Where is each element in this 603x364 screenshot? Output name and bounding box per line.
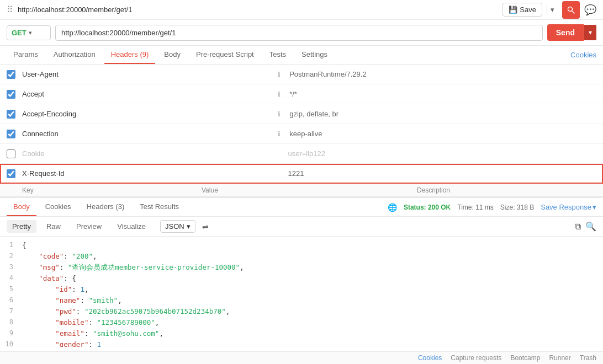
- col-value-label: Value: [202, 186, 417, 194]
- code-line-1: 1 {: [0, 241, 603, 252]
- header-value-accept: */*: [289, 90, 596, 98]
- request-bar: GET ▾ Send ▾: [0, 20, 603, 46]
- tab-pre-request-script[interactable]: Pre-request Script: [189, 46, 261, 64]
- info-icon-accept-encoding[interactable]: ℹ: [278, 110, 281, 118]
- col-description-label: Description: [417, 186, 596, 194]
- response-section: Body Cookies Headers (3) Test Results 🌐 …: [0, 197, 603, 347]
- code-line-4: 4 "data": {: [0, 274, 603, 285]
- format-pretty[interactable]: Pretty: [7, 220, 36, 233]
- search-body-button[interactable]: 🔍: [585, 221, 596, 232]
- titlebar-url: http://localhost:20000/member/get/1: [18, 6, 132, 14]
- response-tab-body[interactable]: Body: [7, 198, 36, 216]
- save-chevron[interactable]: ▾: [547, 6, 558, 14]
- header-row-x-request-id: X-Request-Id 1221: [0, 164, 603, 184]
- header-key-x-request-id: X-Request-Id: [22, 167, 279, 180]
- url-input[interactable]: [55, 25, 543, 41]
- header-checkbox-x-request-id[interactable]: [7, 169, 15, 178]
- info-icon-connection[interactable]: ℹ: [278, 130, 281, 138]
- save-button[interactable]: 💾 Save: [503, 3, 542, 17]
- json-format-label: JSON: [165, 222, 184, 231]
- search-icon-button[interactable]: [562, 1, 580, 19]
- col-key-label: Key: [22, 186, 202, 194]
- column-headers: Key Value Description: [0, 184, 603, 197]
- header-value-user-agent: PostmanRuntime/7.29.2: [289, 70, 596, 78]
- svg-line-1: [572, 11, 574, 13]
- header-row-cookie: Cookie user=llp122: [0, 144, 603, 164]
- method-select[interactable]: GET ▾: [7, 25, 51, 40]
- save-icon: 💾: [509, 6, 517, 14]
- code-line-8: 8 "mobile": "123456789000",: [0, 318, 603, 329]
- tab-tests[interactable]: Tests: [263, 46, 293, 64]
- response-code-area: 1 { 2 "code": "200", 3 "msg": "查询会员成功mem…: [0, 237, 603, 347]
- svg-point-0: [568, 7, 573, 11]
- code-line-10: 10 "gender": 1: [0, 340, 603, 347]
- filter-icon[interactable]: ⇌: [202, 222, 209, 231]
- header-checkbox-accept[interactable]: [7, 90, 15, 99]
- header-key-accept: Accept: [22, 88, 278, 100]
- json-format-select[interactable]: JSON ▾: [160, 220, 195, 233]
- info-icon-user-agent[interactable]: ℹ: [278, 71, 281, 78]
- titlebar-right: 💾 Save ▾ 💬: [503, 1, 596, 19]
- format-preview[interactable]: Preview: [71, 220, 107, 233]
- header-key-cookie: Cookie: [22, 147, 279, 160]
- headers-area: User-Agent ℹ PostmanRuntime/7.29.2 Accep…: [0, 65, 603, 184]
- info-icon-accept[interactable]: ℹ: [278, 90, 281, 98]
- tab-body[interactable]: Body: [157, 46, 187, 64]
- code-line-3: 3 "msg": "查询会员成功member-service-provider-…: [0, 263, 603, 274]
- format-visualize[interactable]: Visualize: [112, 220, 151, 233]
- code-line-5: 5 "id": 1,: [0, 285, 603, 296]
- cookies-link[interactable]: Cookies: [570, 51, 596, 59]
- send-button-group: Send ▾: [547, 24, 596, 41]
- globe-icon: 🌐: [388, 203, 397, 212]
- format-raw[interactable]: Raw: [41, 220, 66, 233]
- response-tab-headers[interactable]: Headers (3): [80, 198, 131, 216]
- code-line-2: 2 "code": "200",: [0, 252, 603, 263]
- header-row-connection: Connection ℹ keep-alive: [0, 124, 603, 144]
- save-response-button[interactable]: Save Response ▾: [541, 203, 596, 211]
- code-line-9: 9 "email": "smith@sohu.com",: [0, 329, 603, 340]
- request-tabs: Params Authorization Headers (9) Body Pr…: [0, 46, 603, 65]
- header-key-accept-encoding: Accept-Encoding: [22, 108, 278, 120]
- header-row-accept: Accept ℹ */*: [0, 84, 603, 104]
- tab-params[interactable]: Params: [7, 46, 45, 64]
- drag-handle-icon: ⠿: [7, 4, 13, 15]
- header-checkbox-cookie[interactable]: [7, 149, 15, 158]
- response-size: Size: 318 B: [500, 204, 534, 211]
- header-checkbox-user-agent[interactable]: [7, 70, 15, 79]
- save-label: Save: [520, 6, 536, 14]
- method-chevron-icon: ▾: [29, 30, 31, 36]
- send-chevron-button[interactable]: ▾: [584, 25, 596, 40]
- response-tab-cookies[interactable]: Cookies: [39, 198, 78, 216]
- header-row-accept-encoding: Accept-Encoding ℹ gzip, deflate, br: [0, 104, 603, 124]
- header-row-user-agent: User-Agent ℹ PostmanRuntime/7.29.2: [0, 65, 603, 84]
- code-line-7: 7 "pwd": "202cb962ac59075b964b07152d234b…: [0, 307, 603, 318]
- header-value-connection: keep-alive: [289, 130, 596, 138]
- code-line-6: 6 "name": "smith",: [0, 296, 603, 307]
- header-value-accept-encoding: gzip, deflate, br: [289, 110, 596, 118]
- status-badge: Status: 200 OK: [404, 204, 451, 211]
- header-key-connection: Connection: [22, 127, 278, 140]
- response-time: Time: 11 ms: [457, 204, 494, 211]
- tab-settings[interactable]: Settings: [295, 46, 334, 64]
- response-tabs: Body Cookies Headers (3) Test Results 🌐 …: [0, 198, 603, 217]
- titlebar: ⠿ http://localhost:20000/member/get/1 💾 …: [0, 0, 603, 20]
- tab-authorization[interactable]: Authorization: [47, 46, 102, 64]
- send-button[interactable]: Send: [547, 24, 584, 41]
- response-body-toolbar: Pretty Raw Preview Visualize JSON ▾ ⇌ ⧉ …: [0, 217, 603, 237]
- body-icons: ⧉ 🔍: [575, 221, 596, 232]
- comment-button[interactable]: 💬: [584, 4, 596, 16]
- json-chevron-icon: ▾: [187, 222, 191, 231]
- titlebar-left: ⠿ http://localhost:20000/member/get/1: [7, 4, 132, 15]
- search-icon: [567, 6, 575, 14]
- save-response-chevron-icon: ▾: [593, 203, 596, 211]
- header-value-cookie: user=llp122: [288, 149, 596, 158]
- header-checkbox-accept-encoding[interactable]: [7, 110, 15, 119]
- header-value-x-request-id: 1221: [288, 169, 596, 178]
- header-key-user-agent: User-Agent: [22, 68, 278, 81]
- tab-headers[interactable]: Headers (9): [104, 46, 156, 64]
- copy-button[interactable]: ⧉: [575, 221, 581, 232]
- response-meta: 🌐 Status: 200 OK Time: 11 ms Size: 318 B…: [388, 203, 596, 212]
- header-checkbox-connection[interactable]: [7, 130, 15, 138]
- method-label: GET: [12, 29, 27, 37]
- response-tab-test-results[interactable]: Test Results: [133, 198, 186, 216]
